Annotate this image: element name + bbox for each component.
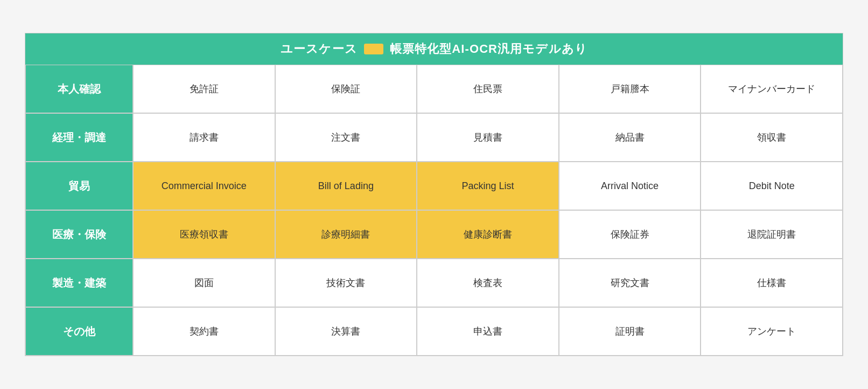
category-cell-2: 貿易 (25, 162, 133, 210)
table-cell-4-4: 仕様書 (701, 259, 843, 307)
table-cell-4-3: 研究文書 (559, 259, 701, 307)
table-cell-2-0: Commercial Invoice (133, 162, 275, 210)
main-table: ユースケース 帳票特化型AI-OCR汎用モデルあり 本人確認免許証保険証住民票戸… (25, 33, 843, 356)
header-subtitle: 帳票特化型AI-OCR汎用モデルあり (390, 41, 587, 57)
table-cell-2-3: Arrival Notice (559, 162, 701, 210)
header-badge-icon (364, 44, 383, 54)
category-cell-0: 本人確認 (25, 65, 133, 113)
category-cell-1: 経理・調達 (25, 113, 133, 162)
table-cell-1-0: 請求書 (133, 113, 275, 162)
category-cell-5: その他 (25, 307, 133, 356)
table-cell-1-3: 納品書 (559, 113, 701, 162)
table-cell-5-2: 申込書 (417, 307, 559, 356)
table-cell-5-3: 証明書 (559, 307, 701, 356)
table-cell-1-4: 領収書 (701, 113, 843, 162)
table-cell-0-0: 免許証 (133, 65, 275, 113)
table-cell-1-2: 見積書 (417, 113, 559, 162)
category-cell-4: 製造・建築 (25, 259, 133, 307)
table-cell-0-3: 戸籍謄本 (559, 65, 701, 113)
table-cell-0-1: 保険証 (275, 65, 417, 113)
table-cell-3-3: 保険証券 (559, 210, 701, 259)
table-cell-3-2: 健康診断書 (417, 210, 559, 259)
table-cell-0-4: マイナンバーカード (701, 65, 843, 113)
table-cell-4-2: 検査表 (417, 259, 559, 307)
table-cell-3-0: 医療領収書 (133, 210, 275, 259)
table-cell-5-0: 契約書 (133, 307, 275, 356)
table-cell-0-2: 住民票 (417, 65, 559, 113)
table-cell-3-1: 診療明細書 (275, 210, 417, 259)
table-cell-4-1: 技術文書 (275, 259, 417, 307)
table-grid: 本人確認免許証保険証住民票戸籍謄本マイナンバーカード経理・調達請求書注文書見積書… (25, 65, 843, 356)
category-cell-3: 医療・保険 (25, 210, 133, 259)
table-cell-2-4: Debit Note (701, 162, 843, 210)
table-cell-2-2: Packing List (417, 162, 559, 210)
table-cell-3-4: 退院証明書 (701, 210, 843, 259)
table-cell-4-0: 図面 (133, 259, 275, 307)
table-cell-1-1: 注文書 (275, 113, 417, 162)
table-header: ユースケース 帳票特化型AI-OCR汎用モデルあり (25, 33, 843, 65)
header-title: ユースケース (281, 41, 358, 57)
table-cell-5-4: アンケート (701, 307, 843, 356)
table-cell-2-1: Bill of Lading (275, 162, 417, 210)
table-cell-5-1: 決算書 (275, 307, 417, 356)
